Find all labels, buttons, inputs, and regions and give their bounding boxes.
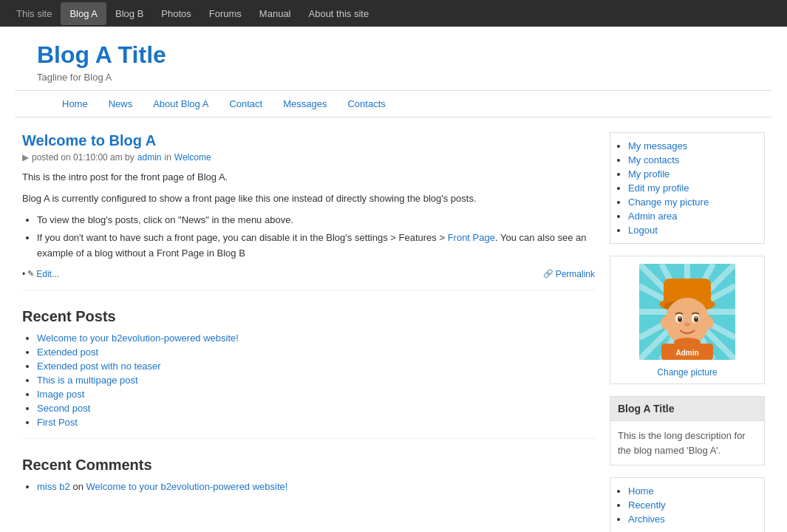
list-item: Home [628, 485, 757, 497]
list-item: My contacts [628, 154, 757, 166]
sidebar-link-logout[interactable]: Logout [628, 225, 658, 236]
list-item: Second post [37, 403, 595, 414]
post-author-link[interactable]: admin [137, 152, 162, 163]
recent-posts-list: Welcome to your b2evolution-powered webs… [37, 332, 595, 428]
content-area: Welcome to Blog A ▶ posted on 01:10:00 a… [22, 132, 595, 532]
sidebar-nav-recently[interactable]: Recently [628, 499, 666, 511]
sidebar-blog-box-title: Blog A Title [610, 397, 764, 421]
sub-nav-about[interactable]: About Blog A [143, 91, 219, 117]
comment-author-link[interactable]: miss b2 [37, 481, 70, 492]
recent-post-link-2[interactable]: Extended post with no teaser [37, 361, 161, 372]
list-item: Admin area [628, 211, 757, 222]
edit-button[interactable]: Edit... [36, 269, 59, 279]
sidebar-nav-archives[interactable]: Archives [628, 514, 665, 525]
recent-post-link-6[interactable]: First Post [37, 417, 78, 428]
recent-post-link-4[interactable]: Image post [37, 389, 84, 400]
post-meta-in: in [164, 152, 171, 163]
svg-point-27 [679, 317, 681, 318]
recent-post-link-3[interactable]: This is a multipage post [37, 375, 138, 386]
sidebar-link-my-messages[interactable]: My messages [628, 140, 687, 151]
recent-post-link-1[interactable]: Extended post [37, 347, 98, 358]
front-page-link[interactable]: Front Page [448, 232, 495, 243]
change-picture-area: Change picture [610, 367, 764, 383]
post-meta-text: posted on 01:10:00 am by [32, 152, 134, 163]
recent-posts-title: Recent Posts [22, 308, 595, 325]
top-navigation: This site Blog A Blog B Photos Forums Ma… [0, 0, 787, 27]
site-label: This site [7, 2, 61, 25]
list-item: Recently [628, 499, 757, 511]
sub-nav-news[interactable]: News [98, 91, 143, 117]
avatar-container: Admin [610, 256, 764, 367]
sidebar-links-list: My messages My contacts My profile Edit … [628, 140, 757, 236]
recent-post-link-5[interactable]: Second post [37, 403, 90, 414]
post-bullets: To view the blog's posts, click on "News… [37, 213, 595, 262]
sub-nav-messages[interactable]: Messages [273, 91, 337, 117]
svg-point-28 [695, 317, 697, 318]
sub-nav-home[interactable]: Home [52, 91, 98, 117]
post-footer: • ✎ Edit... 🔗 Permalink [22, 269, 595, 279]
change-picture-link[interactable]: Change picture [657, 367, 717, 378]
section-divider-1 [22, 290, 595, 290]
post-body: This is the intro post for the front pag… [22, 170, 595, 262]
post-meta: ▶ posted on 01:10:00 am by admin in Welc… [22, 152, 595, 163]
top-nav-item-photos[interactable]: Photos [152, 2, 200, 25]
permalink-link[interactable]: Permalink [556, 269, 595, 279]
post-bullet-2: If you don't want to have such a front p… [37, 231, 595, 262]
svg-point-21 [661, 317, 670, 329]
list-item: Extended post [37, 347, 595, 358]
top-nav-item-about[interactable]: About this site [300, 2, 378, 25]
sidebar-blog-box-description: This is the long description for the blo… [610, 421, 764, 465]
recent-comments-list: miss b2 on Welcome to your b2evolution-p… [37, 481, 595, 492]
main-post: Welcome to Blog A ▶ posted on 01:10:00 a… [22, 132, 595, 279]
list-item: Archives [628, 514, 757, 525]
sub-nav-contacts[interactable]: Contacts [337, 91, 395, 117]
top-nav-item-blogb[interactable]: Blog B [106, 2, 152, 25]
list-item: This is a multipage post [37, 375, 595, 386]
sidebar-nav-home[interactable]: Home [628, 485, 654, 497]
sidebar: My messages My contacts My profile Edit … [610, 132, 765, 532]
top-nav-item-manual[interactable]: Manual [251, 2, 300, 25]
list-item: miss b2 on Welcome to your b2evolution-p… [37, 481, 595, 492]
list-item: First Post [37, 417, 595, 428]
top-nav-item-forums[interactable]: Forums [200, 2, 251, 25]
sidebar-link-edit-profile[interactable]: Edit my profile [628, 183, 689, 194]
sidebar-link-my-contacts[interactable]: My contacts [628, 154, 679, 166]
list-item: Extended post with no teaser [37, 361, 595, 372]
list-item: Welcome to your b2evolution-powered webs… [37, 332, 595, 344]
recent-comments-section: Recent Comments miss b2 on Welcome to yo… [22, 457, 595, 492]
sidebar-avatar-box: Admin Change picture [610, 256, 765, 384]
list-item: My profile [628, 168, 757, 180]
sub-navigation: Home News About Blog A Contact Messages … [15, 90, 772, 117]
recent-comments-title: Recent Comments [22, 457, 595, 474]
sidebar-links-box: My messages My contacts My profile Edit … [610, 132, 765, 244]
permalink-area: 🔗 Permalink [543, 269, 595, 279]
sub-nav-contact[interactable]: Contact [219, 91, 273, 117]
bullet-dot: • [22, 269, 25, 279]
top-nav-item-bloga[interactable]: Blog A [61, 2, 106, 25]
avatar: Admin [639, 264, 735, 360]
svg-text:Admin: Admin [675, 349, 698, 357]
sidebar-nav-box: Home Recently Archives [610, 477, 765, 532]
comment-on-text: on [72, 481, 86, 492]
edit-link: • ✎ Edit... [22, 269, 59, 279]
page-header: Blog A Title Tagline for Blog A [0, 27, 787, 90]
sidebar-link-admin-area[interactable]: Admin area [628, 211, 677, 222]
section-divider-2 [22, 438, 595, 439]
main-layout: Welcome to Blog A ▶ posted on 01:10:00 a… [0, 117, 787, 532]
sidebar-link-change-picture[interactable]: Change my picture [628, 197, 709, 208]
meta-icon: ▶ [22, 152, 29, 163]
recent-posts-section: Recent Posts Welcome to your b2evolution… [22, 308, 595, 428]
comment-post-link[interactable]: Welcome to your b2evolution-powered webs… [86, 481, 288, 492]
permalink-icon: 🔗 [543, 269, 553, 279]
blog-tagline: Tagline for Blog A [37, 72, 765, 83]
post-location-link[interactable]: Welcome [174, 152, 211, 163]
svg-point-29 [684, 322, 690, 327]
blog-title: Blog A Title [37, 41, 765, 69]
post-main: Blog A is currently configured to show a… [22, 191, 595, 207]
recent-post-link-0[interactable]: Welcome to your b2evolution-powered webs… [37, 332, 239, 344]
edit-icon: ✎ [27, 269, 34, 279]
sidebar-link-my-profile[interactable]: My profile [628, 168, 670, 180]
list-item: Image post [37, 389, 595, 400]
svg-point-22 [705, 317, 714, 329]
post-intro: This is the intro post for the front pag… [22, 170, 595, 185]
